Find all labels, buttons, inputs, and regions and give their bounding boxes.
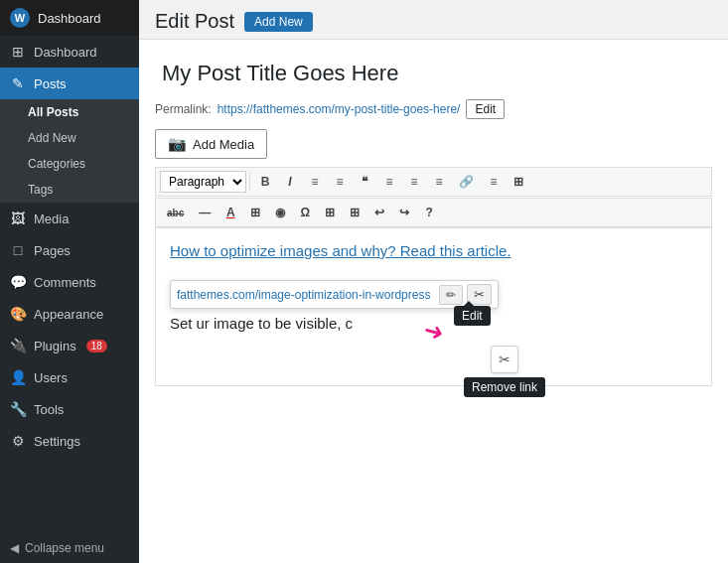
link-url-input[interactable] bbox=[177, 288, 435, 302]
add-media-button[interactable]: 📷 Add Media bbox=[155, 129, 267, 159]
redo-button[interactable]: ↪ bbox=[392, 202, 416, 223]
categories-label: Categories bbox=[28, 157, 85, 171]
sidebar-item-posts[interactable]: ✎ Posts bbox=[0, 68, 139, 99]
sidebar-label-users: Users bbox=[34, 370, 68, 385]
undo-button[interactable]: ↩ bbox=[367, 202, 391, 223]
collapse-label: Collapse menu bbox=[25, 541, 104, 555]
editor-toolbar-row1: Paragraph B I ≡ ≡ ❝ ≡ ≡ ≡ 🔗 ≡ ⊞ bbox=[155, 167, 712, 197]
topbar: Edit Post Add New bbox=[139, 0, 728, 40]
ordered-list-button[interactable]: ≡ bbox=[328, 171, 352, 193]
edit-tooltip: Edit bbox=[454, 306, 491, 326]
sidebar-item-users[interactable]: 👤 Users bbox=[0, 361, 139, 393]
add-media-label: Add Media bbox=[193, 137, 254, 152]
help-button[interactable]: ? bbox=[417, 202, 441, 223]
users-icon: 👤 bbox=[10, 369, 26, 385]
outdent-button[interactable]: ⊞ bbox=[343, 202, 366, 223]
sidebar-item-plugins[interactable]: 🔌 Plugins 18 bbox=[0, 330, 139, 361]
align-right-button[interactable]: ≡ bbox=[427, 171, 451, 193]
sidebar-item-all-posts[interactable]: All Posts bbox=[0, 99, 139, 125]
link-button[interactable]: 🔗 bbox=[452, 171, 481, 193]
sidebar-item-pages[interactable]: □ Pages bbox=[0, 234, 139, 266]
post-title-input[interactable] bbox=[155, 56, 712, 91]
permalink-label: Permalink: bbox=[155, 102, 212, 116]
sidebar-label-tools: Tools bbox=[34, 402, 64, 417]
sidebar-label-settings: Settings bbox=[34, 434, 80, 449]
sidebar-label-dashboard: Dashboard bbox=[34, 45, 97, 60]
sidebar-label-pages: Pages bbox=[34, 243, 71, 258]
page-title: Edit Post bbox=[155, 10, 234, 33]
tools-icon: 🔧 bbox=[10, 401, 26, 417]
remove-link-button[interactable]: ✂ bbox=[491, 346, 518, 373]
comments-icon: 💬 bbox=[10, 274, 26, 290]
clear-format-button[interactable]: ◉ bbox=[268, 202, 292, 223]
sidebar-label-plugins: Plugins bbox=[34, 339, 76, 353]
pencil-icon: ✏ bbox=[446, 288, 456, 302]
sidebar-item-tools[interactable]: 🔧 Tools bbox=[0, 393, 139, 425]
edit-tooltip-label: Edit bbox=[462, 309, 483, 323]
sidebar-item-tags[interactable]: Tags bbox=[0, 177, 139, 203]
appearance-icon: 🎨 bbox=[10, 306, 26, 322]
posts-icon: ✎ bbox=[10, 75, 26, 91]
media-icon: 🖼 bbox=[10, 211, 26, 226]
paragraph-select[interactable]: Paragraph bbox=[160, 171, 246, 193]
remove-link-box: ✂ Remove link bbox=[464, 346, 545, 397]
plugins-badge: 18 bbox=[86, 340, 107, 352]
indent-button[interactable]: ⊞ bbox=[318, 202, 342, 223]
special-char-button[interactable]: Ω bbox=[293, 202, 317, 223]
editor-content[interactable]: How to optimize images and why? Read thi… bbox=[155, 227, 712, 386]
set-label: Set bbox=[170, 315, 193, 332]
editor-link[interactable]: How to optimize images and why? Read thi… bbox=[170, 242, 511, 259]
remove-link-label: Remove link bbox=[472, 380, 537, 394]
sidebar-item-comments[interactable]: 💬 Comments bbox=[0, 266, 139, 298]
remove-link-tooltip: Remove link bbox=[464, 377, 545, 397]
text-color-button[interactable]: A bbox=[218, 202, 242, 223]
more-button[interactable]: ≡ bbox=[482, 171, 506, 193]
scissors-icon: ✂ bbox=[499, 352, 510, 367]
link-edit-icon-btn[interactable]: ✏ bbox=[439, 285, 463, 305]
strikethrough-button[interactable]: abc bbox=[160, 202, 191, 223]
link-popup: ✏ ✂ bbox=[170, 280, 499, 309]
sidebar-label-media: Media bbox=[34, 211, 69, 226]
hr-button[interactable]: — bbox=[192, 202, 218, 223]
paste-text-button[interactable]: ⊞ bbox=[243, 202, 267, 223]
dashboard-icon: ⊞ bbox=[10, 44, 26, 60]
align-center-button[interactable]: ≡ bbox=[402, 171, 426, 193]
wp-logo-icon: W bbox=[10, 8, 30, 28]
sidebar-label-appearance: Appearance bbox=[34, 307, 103, 322]
pages-icon: □ bbox=[10, 242, 26, 258]
add-media-icon: 📷 bbox=[168, 135, 187, 153]
add-new-button[interactable]: Add New bbox=[244, 12, 313, 32]
settings-icon: ⚙ bbox=[10, 433, 26, 449]
sidebar-item-add-new[interactable]: Add New bbox=[0, 125, 139, 151]
permalink-edit-button[interactable]: Edit bbox=[466, 99, 505, 119]
sidebar-item-categories[interactable]: Categories bbox=[0, 151, 139, 177]
permalink-row: Permalink: https://fatthemes.com/my-post… bbox=[155, 99, 712, 119]
fullscreen-button[interactable]: ⊞ bbox=[507, 171, 530, 193]
dashboard-header-label: Dashboard bbox=[38, 11, 101, 26]
italic-button[interactable]: I bbox=[278, 171, 302, 193]
blockquote-button[interactable]: ❝ bbox=[353, 171, 376, 193]
editor-toolbar-row2: abc — A ⊞ ◉ Ω ⊞ ⊞ ↩ ↪ ? bbox=[155, 198, 712, 227]
posts-submenu: All Posts Add New Categories Tags bbox=[0, 99, 139, 203]
permalink-url[interactable]: https://fatthemes.com/my-post-title-goes… bbox=[218, 102, 461, 116]
unordered-list-button[interactable]: ≡ bbox=[303, 171, 327, 193]
sidebar-item-dashboard[interactable]: ⊞ Dashboard bbox=[0, 36, 139, 68]
plugins-icon: 🔌 bbox=[10, 338, 26, 353]
tags-label: Tags bbox=[28, 183, 53, 197]
sidebar-item-media[interactable]: 🖼 Media bbox=[0, 203, 139, 234]
sidebar: W Dashboard ⊞ Dashboard ✎ Posts All Post… bbox=[0, 0, 139, 563]
sidebar-label-comments: Comments bbox=[34, 275, 96, 290]
sidebar-label-posts: Posts bbox=[34, 76, 67, 91]
add-new-sub-label: Add New bbox=[28, 131, 76, 145]
sidebar-item-settings[interactable]: ⚙ Settings bbox=[0, 425, 139, 457]
sidebar-item-appearance[interactable]: 🎨 Appearance bbox=[0, 298, 139, 330]
main-content: Edit Post Add New Permalink: https://fat… bbox=[139, 0, 728, 563]
bold-button[interactable]: B bbox=[253, 171, 277, 193]
collapse-menu-btn[interactable]: ◀ Collapse menu bbox=[0, 533, 139, 563]
editor-area: Permalink: https://fatthemes.com/my-post… bbox=[139, 40, 728, 563]
align-left-button[interactable]: ≡ bbox=[377, 171, 401, 193]
all-posts-label: All Posts bbox=[28, 105, 78, 119]
sidebar-header[interactable]: W Dashboard bbox=[0, 0, 139, 36]
collapse-arrow-icon: ◀ bbox=[10, 541, 19, 555]
after-link-text: ur image to be visible, c bbox=[197, 315, 354, 332]
